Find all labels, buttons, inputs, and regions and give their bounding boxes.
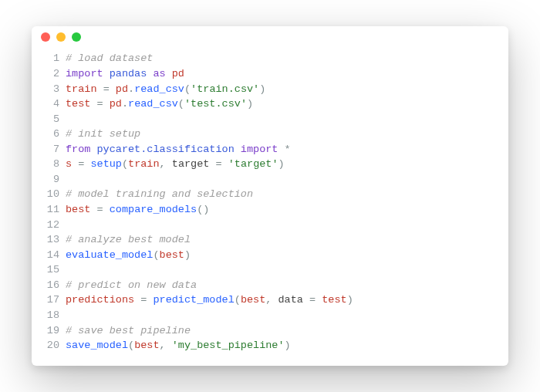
minimize-icon[interactable] — [56, 32, 66, 42]
code-line: 9 — [41, 172, 499, 188]
code-content: best = compare_models() — [66, 202, 499, 218]
token-comment: # init setup — [66, 128, 140, 140]
code-content — [66, 218, 499, 233]
code-line: 2import pandas as pd — [41, 66, 499, 82]
line-number: 15 — [41, 262, 59, 278]
token-string: 'train.csv' — [191, 83, 259, 95]
token-string: 'target' — [228, 158, 278, 170]
token-comment: # load dataset — [66, 52, 153, 64]
token-ident: best — [241, 294, 265, 306]
token-op — [103, 68, 110, 79]
code-editor[interactable]: 1# load dataset2import pandas as pd3trai… — [32, 48, 508, 365]
token-op: ( — [235, 294, 241, 306]
line-number: 14 — [41, 248, 59, 263]
token-ident: best — [160, 249, 184, 261]
code-content: import pandas as pd — [66, 66, 499, 82]
code-line: 13# analyze best model — [41, 232, 499, 248]
token-op — [272, 294, 278, 306]
token-op: = — [216, 158, 222, 170]
token-op — [103, 204, 110, 215]
token-op — [90, 98, 96, 110]
code-content: # analyze best model — [66, 232, 499, 248]
code-content: test = pd.read_csv('test.csv') — [66, 96, 499, 112]
token-op: ( — [128, 340, 134, 351]
token-attr: read_csv — [134, 83, 184, 95]
token-attr: predict_model — [153, 294, 234, 306]
token-op — [166, 158, 172, 170]
line-number: 20 — [41, 338, 59, 353]
code-content: train = pd.read_csv('train.csv') — [66, 82, 499, 97]
code-line: 12 — [41, 218, 499, 233]
token-ident: pd — [116, 83, 128, 95]
line-number: 8 — [41, 157, 59, 172]
code-window: 1# load dataset2import pandas as pd3trai… — [32, 26, 508, 365]
code-line: 20save_model(best, 'my_best_pipeline') — [41, 338, 499, 353]
code-content — [66, 172, 499, 188]
token-op: ) — [203, 204, 209, 215]
line-number: 7 — [41, 142, 59, 157]
token-ident: pd — [172, 68, 184, 79]
token-op — [110, 83, 116, 95]
code-line: 6# init setup — [41, 127, 499, 142]
token-op — [222, 158, 228, 170]
token-ident: pd — [110, 98, 122, 110]
code-line: 10# model training and selection — [41, 187, 499, 202]
code-line: 14evaluate_model(best) — [41, 248, 499, 263]
token-attr: setup — [90, 158, 122, 170]
token-op — [103, 98, 110, 110]
token-keyword: as — [153, 68, 165, 79]
code-line: 7from pycaret.classification import * — [41, 142, 499, 157]
token-comment: # analyze best model — [66, 234, 191, 245]
line-number: 19 — [41, 323, 59, 339]
token-op — [209, 158, 215, 170]
token-op: ) — [259, 83, 265, 95]
line-number: 12 — [41, 218, 59, 233]
line-number: 2 — [41, 66, 59, 82]
token-op: ( — [184, 83, 191, 95]
token-ident: test — [66, 98, 90, 110]
line-number: 5 — [41, 112, 59, 127]
code-content: # model training and selection — [66, 187, 499, 202]
code-content: evaluate_model(best) — [66, 248, 499, 263]
token-attr: evaluate_model — [66, 249, 153, 261]
code-content: from pycaret.classification import * — [66, 142, 499, 157]
code-line: 11best = compare_models() — [41, 202, 499, 218]
close-icon[interactable] — [41, 32, 50, 42]
line-number: 11 — [41, 202, 59, 218]
token-ident: best — [134, 340, 159, 351]
token-ident: test — [322, 294, 346, 306]
line-number: 1 — [41, 51, 59, 66]
line-number: 4 — [41, 96, 59, 112]
token-ident: s — [66, 158, 72, 170]
token-op — [235, 144, 241, 155]
token-ident: predictions — [66, 294, 134, 306]
token-comment: # predict on new data — [66, 279, 197, 291]
token-string: 'my_best_pipeline' — [172, 340, 285, 351]
code-content: # save best pipeline — [66, 323, 499, 339]
token-ident: train — [128, 158, 160, 170]
code-content — [66, 112, 499, 127]
line-number: 6 — [41, 127, 59, 142]
token-op: ) — [184, 249, 191, 261]
token-comment: # save best pipeline — [66, 325, 191, 336]
token-module: pandas — [110, 68, 147, 79]
code-content: s = setup(train, target = 'target') — [66, 157, 499, 172]
zoom-icon[interactable] — [72, 32, 81, 42]
token-op: = — [103, 83, 110, 95]
line-number: 16 — [41, 278, 59, 293]
code-content — [66, 308, 499, 323]
token-op: * — [285, 144, 291, 155]
token-op: = — [309, 294, 316, 306]
line-number: 3 — [41, 82, 59, 97]
code-line: 4test = pd.read_csv('test.csv') — [41, 96, 499, 112]
token-op: = — [97, 204, 103, 215]
code-content: # init setup — [66, 127, 499, 142]
code-content: # load dataset — [66, 51, 499, 66]
token-op — [278, 144, 284, 155]
token-kwarg: target — [172, 158, 210, 170]
line-number: 9 — [41, 172, 59, 188]
token-op: , — [160, 158, 166, 170]
token-op: ) — [347, 294, 353, 306]
token-op — [166, 68, 172, 79]
token-attr: compare_models — [110, 204, 197, 215]
